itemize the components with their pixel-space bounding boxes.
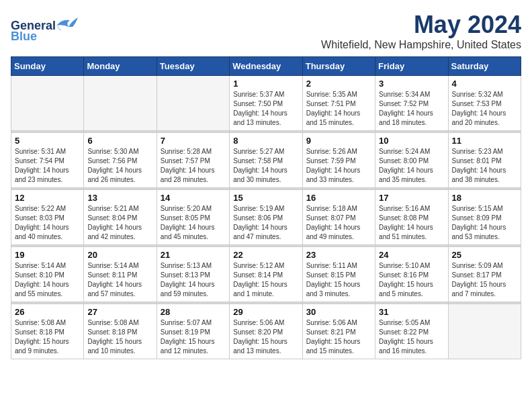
day-number: 10	[379, 136, 444, 146]
day-number: 21	[161, 250, 226, 260]
day-number: 22	[233, 250, 298, 260]
day-info: Sunrise: 5:28 AMSunset: 7:57 PMDaylight:…	[161, 147, 226, 185]
calendar-cell	[84, 76, 157, 131]
day-number: 25	[452, 250, 517, 260]
day-number: 7	[161, 136, 226, 146]
calendar-cell: 21Sunrise: 5:13 AMSunset: 8:13 PMDayligh…	[157, 247, 229, 302]
calendar-cell: 8Sunrise: 5:27 AMSunset: 7:58 PMDaylight…	[230, 133, 302, 188]
calendar-cell: 24Sunrise: 5:10 AMSunset: 8:16 PMDayligh…	[375, 247, 448, 302]
weekday-header-monday: Monday	[84, 57, 157, 76]
logo-svg: General Blue	[11, 11, 85, 43]
day-number: 1	[233, 79, 298, 89]
day-info: Sunrise: 5:27 AMSunset: 7:58 PMDaylight:…	[233, 147, 298, 185]
day-info: Sunrise: 5:13 AMSunset: 8:13 PMDaylight:…	[161, 261, 226, 299]
day-number: 12	[15, 193, 80, 203]
day-info: Sunrise: 5:06 AMSunset: 8:20 PMDaylight:…	[233, 318, 298, 356]
calendar-cell: 14Sunrise: 5:20 AMSunset: 8:05 PMDayligh…	[157, 190, 229, 245]
day-info: Sunrise: 5:19 AMSunset: 8:06 PMDaylight:…	[233, 204, 298, 242]
weekday-header-friday: Friday	[375, 57, 448, 76]
calendar-cell: 9Sunrise: 5:26 AMSunset: 7:59 PMDaylight…	[302, 133, 375, 188]
day-number: 27	[87, 307, 152, 317]
day-number: 24	[379, 250, 444, 260]
day-info: Sunrise: 5:34 AMSunset: 7:52 PMDaylight:…	[379, 90, 444, 128]
calendar-cell: 11Sunrise: 5:23 AMSunset: 8:01 PMDayligh…	[448, 133, 521, 188]
day-number: 15	[233, 193, 298, 203]
day-number: 23	[306, 250, 371, 260]
calendar-cell: 22Sunrise: 5:12 AMSunset: 8:14 PMDayligh…	[230, 247, 302, 302]
calendar-cell	[157, 76, 229, 131]
calendar-cell: 3Sunrise: 5:34 AMSunset: 7:52 PMDaylight…	[375, 76, 448, 131]
calendar-cell: 16Sunrise: 5:18 AMSunset: 8:07 PMDayligh…	[302, 190, 375, 245]
day-info: Sunrise: 5:11 AMSunset: 8:15 PMDaylight:…	[306, 261, 371, 299]
day-info: Sunrise: 5:35 AMSunset: 7:51 PMDaylight:…	[306, 90, 371, 128]
calendar-cell: 4Sunrise: 5:32 AMSunset: 7:53 PMDaylight…	[448, 76, 521, 131]
day-number: 31	[379, 307, 444, 317]
day-number: 19	[15, 250, 80, 260]
day-info: Sunrise: 5:07 AMSunset: 8:19 PMDaylight:…	[161, 318, 226, 356]
day-number: 17	[379, 193, 444, 203]
calendar-week-4: 19Sunrise: 5:14 AMSunset: 8:10 PMDayligh…	[11, 247, 521, 302]
day-info: Sunrise: 5:23 AMSunset: 8:01 PMDaylight:…	[452, 147, 517, 185]
title-area: May 2024 Whitefield, New Hampshire, Unit…	[321, 11, 521, 51]
day-info: Sunrise: 5:14 AMSunset: 8:11 PMDaylight:…	[87, 261, 152, 299]
calendar-cell: 26Sunrise: 5:08 AMSunset: 8:18 PMDayligh…	[11, 304, 84, 359]
day-info: Sunrise: 5:22 AMSunset: 8:03 PMDaylight:…	[15, 204, 80, 242]
weekday-header-thursday: Thursday	[302, 57, 375, 76]
calendar-cell: 10Sunrise: 5:24 AMSunset: 8:00 PMDayligh…	[375, 133, 448, 188]
day-number: 16	[306, 193, 371, 203]
calendar-cell: 18Sunrise: 5:15 AMSunset: 8:09 PMDayligh…	[448, 190, 521, 245]
day-number: 2	[306, 79, 371, 89]
day-number: 26	[15, 307, 80, 317]
calendar-cell: 23Sunrise: 5:11 AMSunset: 8:15 PMDayligh…	[302, 247, 375, 302]
calendar-cell: 20Sunrise: 5:14 AMSunset: 8:11 PMDayligh…	[84, 247, 157, 302]
calendar-cell: 2Sunrise: 5:35 AMSunset: 7:51 PMDaylight…	[302, 76, 375, 131]
day-info: Sunrise: 5:15 AMSunset: 8:09 PMDaylight:…	[452, 204, 517, 242]
day-info: Sunrise: 5:16 AMSunset: 8:08 PMDaylight:…	[379, 204, 444, 242]
day-info: Sunrise: 5:31 AMSunset: 7:54 PMDaylight:…	[15, 147, 80, 185]
weekday-header-wednesday: Wednesday	[230, 57, 302, 76]
day-number: 13	[87, 193, 152, 203]
calendar-cell: 31Sunrise: 5:05 AMSunset: 8:22 PMDayligh…	[375, 304, 448, 359]
day-info: Sunrise: 5:05 AMSunset: 8:22 PMDaylight:…	[379, 318, 444, 356]
day-number: 28	[161, 307, 226, 317]
calendar-cell: 1Sunrise: 5:37 AMSunset: 7:50 PMDaylight…	[230, 76, 302, 131]
page-header: General Blue May 2024 Whitefield, New Ha…	[11, 11, 521, 51]
location: Whitefield, New Hampshire, United States	[321, 39, 521, 51]
month-title: May 2024	[321, 11, 521, 39]
weekday-header-saturday: Saturday	[448, 57, 521, 76]
day-number: 14	[161, 193, 226, 203]
calendar-cell	[11, 76, 84, 131]
calendar-cell: 28Sunrise: 5:07 AMSunset: 8:19 PMDayligh…	[157, 304, 229, 359]
weekday-header-row: SundayMondayTuesdayWednesdayThursdayFrid…	[11, 57, 521, 76]
day-number: 30	[306, 307, 371, 317]
day-info: Sunrise: 5:20 AMSunset: 8:05 PMDaylight:…	[161, 204, 226, 242]
calendar-cell: 30Sunrise: 5:06 AMSunset: 8:21 PMDayligh…	[302, 304, 375, 359]
day-number: 5	[15, 136, 80, 146]
calendar-cell: 5Sunrise: 5:31 AMSunset: 7:54 PMDaylight…	[11, 133, 84, 188]
calendar-week-1: 1Sunrise: 5:37 AMSunset: 7:50 PMDaylight…	[11, 76, 521, 131]
calendar-cell: 27Sunrise: 5:08 AMSunset: 8:18 PMDayligh…	[84, 304, 157, 359]
calendar-cell: 12Sunrise: 5:22 AMSunset: 8:03 PMDayligh…	[11, 190, 84, 245]
day-number: 9	[306, 136, 371, 146]
day-info: Sunrise: 5:14 AMSunset: 8:10 PMDaylight:…	[15, 261, 80, 299]
day-info: Sunrise: 5:06 AMSunset: 8:21 PMDaylight:…	[306, 318, 371, 356]
day-info: Sunrise: 5:26 AMSunset: 7:59 PMDaylight:…	[306, 147, 371, 185]
day-info: Sunrise: 5:18 AMSunset: 8:07 PMDaylight:…	[306, 204, 371, 242]
calendar-cell: 15Sunrise: 5:19 AMSunset: 8:06 PMDayligh…	[230, 190, 302, 245]
calendar-week-5: 26Sunrise: 5:08 AMSunset: 8:18 PMDayligh…	[11, 304, 521, 359]
day-info: Sunrise: 5:21 AMSunset: 8:04 PMDaylight:…	[87, 204, 152, 242]
day-info: Sunrise: 5:12 AMSunset: 8:14 PMDaylight:…	[233, 261, 298, 299]
calendar-week-3: 12Sunrise: 5:22 AMSunset: 8:03 PMDayligh…	[11, 190, 521, 245]
day-number: 3	[379, 79, 444, 89]
day-info: Sunrise: 5:24 AMSunset: 8:00 PMDaylight:…	[379, 147, 444, 185]
day-info: Sunrise: 5:08 AMSunset: 8:18 PMDaylight:…	[15, 318, 80, 356]
calendar-cell: 6Sunrise: 5:30 AMSunset: 7:56 PMDaylight…	[84, 133, 157, 188]
day-info: Sunrise: 5:08 AMSunset: 8:18 PMDaylight:…	[87, 318, 152, 356]
weekday-header-sunday: Sunday	[11, 57, 84, 76]
calendar-cell: 29Sunrise: 5:06 AMSunset: 8:20 PMDayligh…	[230, 304, 302, 359]
day-number: 29	[233, 307, 298, 317]
day-number: 4	[452, 79, 517, 89]
calendar-cell: 19Sunrise: 5:14 AMSunset: 8:10 PMDayligh…	[11, 247, 84, 302]
calendar-cell	[448, 304, 521, 359]
day-info: Sunrise: 5:30 AMSunset: 7:56 PMDaylight:…	[87, 147, 152, 185]
